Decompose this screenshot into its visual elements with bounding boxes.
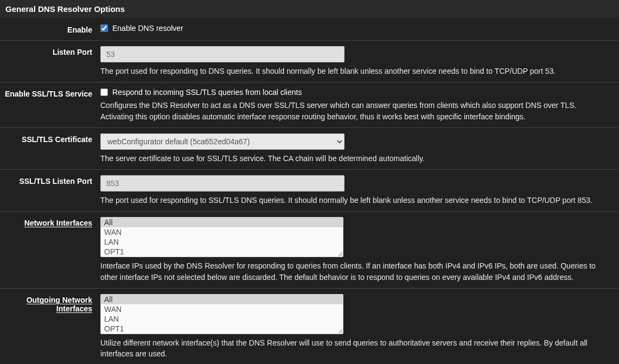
checkbox-label-ssl: Respond to incoming SSL/TLS queries from… — [112, 88, 302, 97]
option-ni-all[interactable]: All — [101, 218, 343, 227]
input-listen-port[interactable] — [100, 46, 344, 62]
content-enable: Enable DNS resolver — [100, 24, 619, 35]
label-enable: Enable — [0, 24, 100, 35]
label-outgoing-interfaces[interactable]: Outgoing Network Interfaces — [0, 294, 100, 360]
help-ssl-listen-port: The port used for responding to SSL/TLS … — [100, 195, 611, 206]
label-ssl-listen-port: SSL/TLS Listen Port — [0, 175, 100, 206]
option-ni-opt1[interactable]: OPT1 — [101, 247, 343, 257]
select-network-interfaces[interactable]: All WAN LAN OPT1 WAN IPv6 Link-Local — [100, 217, 343, 257]
row-outgoing-interfaces: Outgoing Network Interfaces All WAN LAN … — [0, 289, 619, 364]
row-ssl-cert: SSL/TLS Certificate webConfigurator defa… — [0, 128, 619, 170]
help-ssl-cert: The server certificate to use for SSL/TL… — [100, 153, 611, 164]
row-listen-port: Listen Port The port used for responding… — [0, 41, 619, 82]
checkbox-enable-ssl[interactable] — [100, 88, 108, 96]
help-outgoing-interfaces: Utilize different network interface(s) t… — [100, 337, 611, 360]
content-outgoing-interfaces: All WAN LAN OPT1 WAN IPv6 Link-Local Uti… — [100, 294, 619, 360]
option-oi-wan-ipv6[interactable]: WAN IPv6 Link-Local — [101, 334, 343, 334]
content-network-interfaces: All WAN LAN OPT1 WAN IPv6 Link-Local Int… — [100, 217, 619, 283]
option-oi-wan[interactable]: WAN — [101, 304, 343, 314]
row-enable-ssl: Enable SSL/TLS Service Respond to incomi… — [0, 82, 619, 128]
row-enable: Enable Enable DNS resolver — [0, 18, 619, 41]
content-ssl-listen-port: The port used for responding to SSL/TLS … — [100, 175, 619, 206]
option-oi-lan[interactable]: LAN — [101, 314, 343, 324]
help-listen-port: The port used for responding to DNS quer… — [100, 66, 611, 76]
option-ni-lan[interactable]: LAN — [101, 237, 343, 247]
panel-title: General DNS Resolver Options — [0, 0, 619, 18]
option-ni-wan-ipv6[interactable]: WAN IPv6 Link-Local — [101, 257, 343, 257]
help-enable-ssl: Configures the DNS Resolver to act as a … — [100, 100, 611, 122]
option-ni-wan[interactable]: WAN — [101, 227, 343, 237]
option-oi-opt1[interactable]: OPT1 — [101, 324, 343, 334]
checkbox-label-enable: Enable DNS resolver — [112, 24, 183, 33]
content-ssl-cert: webConfigurator default (5ca652ed04a67) … — [100, 133, 619, 164]
help-network-interfaces: Interface IPs used by the DNS Resolver f… — [100, 260, 611, 283]
content-enable-ssl: Respond to incoming SSL/TLS queries from… — [100, 88, 619, 122]
select-outgoing-interfaces[interactable]: All WAN LAN OPT1 WAN IPv6 Link-Local — [100, 294, 343, 334]
label-enable-ssl: Enable SSL/TLS Service — [0, 88, 100, 122]
label-ssl-cert: SSL/TLS Certificate — [0, 133, 100, 164]
select-ssl-cert[interactable]: webConfigurator default (5ca652ed04a67) — [100, 133, 344, 150]
input-ssl-listen-port[interactable] — [100, 175, 344, 191]
label-listen-port: Listen Port — [0, 46, 100, 76]
checkbox-enable-resolver[interactable] — [100, 24, 108, 32]
label-network-interfaces[interactable]: Network Interfaces — [0, 217, 100, 283]
row-ssl-listen-port: SSL/TLS Listen Port The port used for re… — [0, 170, 619, 212]
option-oi-all[interactable]: All — [101, 295, 343, 304]
row-network-interfaces: Network Interfaces All WAN LAN OPT1 WAN … — [0, 212, 619, 289]
content-listen-port: The port used for responding to DNS quer… — [100, 46, 619, 76]
